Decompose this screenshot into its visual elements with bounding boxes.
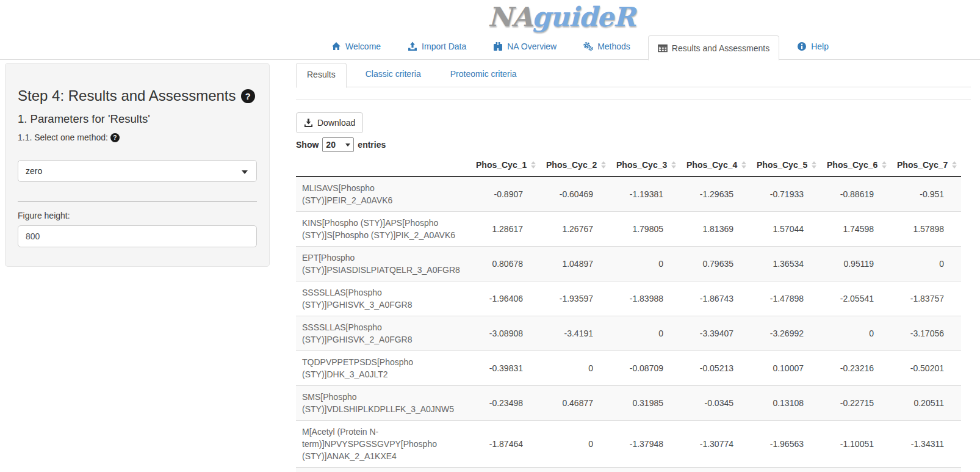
app-logo: NAguideR — [482, 1, 641, 32]
nav-label: Results and Assessments — [672, 43, 769, 53]
cell-value: 0 — [821, 316, 891, 351]
tab-label: Proteomic criteria — [440, 63, 527, 85]
cell-value: -1.10051 — [821, 421, 891, 468]
cell-value: -1.86743 — [680, 281, 751, 316]
column-header[interactable]: Phos_Cyc_5 — [751, 154, 821, 176]
column-header[interactable]: Phos_Cyc_2 — [540, 154, 610, 176]
cell-value: -0.951 — [891, 176, 961, 212]
cell-value: 0 — [610, 247, 680, 281]
cell-value: 0.20511 — [891, 386, 961, 421]
cell-value: -1.93597 — [540, 281, 610, 316]
method-select-value: zero — [26, 166, 42, 176]
cell-value: 1.74598 — [821, 212, 891, 247]
nav-item-results-and-assessments[interactable]: Results and Assessments — [648, 35, 779, 60]
row-name: SSSSLLAS[Phospho (STY)]PGHISVK_2_A0FGR8 — [296, 316, 470, 351]
cell-value: 1.28617 — [470, 212, 540, 247]
main-panel: Results Classic criteria Proteomic crite… — [287, 63, 980, 472]
table-row: M[Acetyl (Protein N-term)]NPVYSPGSSGVPY[… — [296, 421, 961, 468]
download-button-label: Download — [317, 118, 355, 128]
column-header-label: Phos_Cyc_6 — [827, 160, 877, 170]
cell-value: -3.4191 — [540, 316, 610, 351]
cell-value: 1.26767 — [540, 212, 610, 247]
row-name-column-header — [296, 154, 470, 176]
nav-label: Methods — [597, 42, 630, 51]
home-icon — [331, 42, 341, 51]
nav-label: Import Data — [422, 42, 466, 51]
logo-guider: guideR — [532, 1, 635, 32]
cell-value: -0.88619 — [821, 176, 891, 212]
sort-icon — [882, 161, 887, 169]
table-icon — [658, 43, 668, 53]
cell-value: -1.19381 — [610, 176, 680, 212]
nav-item-import-data[interactable]: Import Data — [398, 35, 475, 60]
sort-icon — [531, 161, 536, 169]
results-table-header-row: Phos_Cyc_1Phos_Cyc_2Phos_Cyc_3Phos_Cyc_4… — [296, 154, 961, 176]
nav-item-welcome[interactable]: Welcome — [322, 35, 390, 60]
download-icon — [304, 118, 313, 128]
cell-value: 0 — [540, 351, 610, 386]
sidebar-panel: Step 4: Results and Assessments ? 1. Par… — [5, 63, 270, 267]
page-length-value: 20 — [326, 140, 336, 150]
tab-label: Results — [296, 63, 347, 88]
cell-value: -1.30774 — [680, 421, 751, 468]
nav-item-na-overview[interactable]: NA Overview — [484, 35, 566, 60]
column-header[interactable]: Phos_Cyc_6 — [821, 154, 891, 176]
cell-value: 0.95119 — [821, 247, 891, 281]
column-header-label: Phos_Cyc_7 — [897, 160, 948, 170]
row-name: EPT[Phospho (STY)]PSIASDISLPIATQELR_3_A0… — [296, 247, 470, 281]
cell-value: -2.05541 — [821, 281, 891, 316]
column-header-label: Phos_Cyc_4 — [686, 160, 737, 170]
nav-item-help[interactable]: Help — [788, 35, 838, 60]
cell-value: -3.26992 — [751, 316, 821, 351]
tab-proteomic-criteria[interactable]: Proteomic criteria — [440, 63, 527, 88]
table-row: TQDPVPPETPSDS[Phospho (STY)]DHK_3_A0JLT2… — [296, 351, 961, 386]
cell-value: -1.83757 — [891, 281, 961, 316]
method-label: 1.1. Select one method: ? — [18, 133, 257, 142]
sidebar-divider — [18, 201, 257, 202]
cell-value: -0.50201 — [891, 351, 961, 386]
nav-item-methods[interactable]: Methods — [574, 35, 640, 60]
sort-icon — [741, 161, 746, 169]
tab-classic-criteria[interactable]: Classic criteria — [355, 63, 431, 88]
table-row: SSSSLLAS[Phospho (STY)]PGHISVK_3_A0FGR8-… — [296, 281, 961, 316]
column-header[interactable]: Phos_Cyc_3 — [610, 154, 680, 176]
column-header[interactable]: Phos_Cyc_1 — [470, 154, 540, 176]
nav-label: Welcome — [345, 42, 381, 51]
column-header-label: Phos_Cyc_2 — [546, 160, 597, 170]
download-button[interactable]: Download — [296, 112, 363, 133]
help-question-icon[interactable]: ? — [241, 89, 255, 103]
column-header[interactable]: Phos_Cyc_4 — [680, 154, 751, 176]
show-label: Show — [296, 140, 319, 150]
cell-value: -0.71933 — [751, 176, 821, 212]
figure-height-input[interactable] — [18, 225, 257, 247]
table-row: MLISAVS[Phospho (STY)]PEIR_2_A0AVK6-0.89… — [296, 176, 961, 212]
page-length-select[interactable]: 20 — [322, 137, 354, 152]
cell-value: -0.39831 — [470, 351, 540, 386]
column-header[interactable]: Phos_Cyc_7 — [891, 154, 961, 176]
column-header-label: Phos_Cyc_3 — [616, 160, 667, 170]
tab-label: Classic criteria — [355, 63, 431, 85]
method-select[interactable]: zero — [18, 160, 257, 182]
method-help-question-icon[interactable]: ? — [110, 133, 120, 142]
sort-icon — [952, 161, 957, 169]
upload-icon — [408, 42, 417, 51]
chevron-down-icon — [345, 143, 350, 147]
row-name: MLISAVS[Phospho (STY)]PEIR_2_A0AVK6 — [296, 176, 470, 212]
cell-value: -1.83988 — [610, 281, 680, 316]
main-navbar: Welcome Import Data NA Overview Methods … — [0, 35, 980, 60]
cell-value: -1.87464 — [470, 421, 540, 468]
tab-results[interactable]: Results — [296, 63, 347, 88]
logo-na: NA — [488, 1, 531, 32]
cell-value: -0.22715 — [821, 386, 891, 421]
cell-value: 0.13108 — [751, 386, 821, 421]
cell-value: 1.36534 — [751, 247, 821, 281]
row-name: SMS[Phospho (STY)]VDLSHIPLKDPLLFK_3_A0JN… — [296, 386, 470, 421]
cell-value: -3.39407 — [680, 316, 751, 351]
cell-value: 0.80678 — [470, 247, 540, 281]
cell-value: -1.29635 — [680, 176, 751, 212]
column-header-label: Phos_Cyc_5 — [757, 160, 807, 170]
sort-icon — [601, 161, 606, 169]
binoculars-icon — [493, 42, 503, 51]
row-name: M[Acetyl (Protein N-term)]NPVYSPGSSGVPY[… — [296, 421, 470, 468]
row-name: KINS[Phospho (STY)]APS[Phospho (STY)]S[P… — [296, 212, 470, 247]
